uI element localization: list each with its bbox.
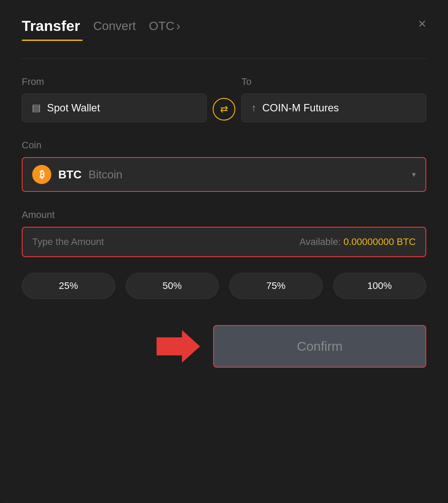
coin-symbol: BTC — [58, 168, 81, 181]
swap-wrapper: ⇄ — [207, 98, 241, 122]
to-wallet-label: COIN-M Futures — [262, 102, 339, 114]
confirm-arrow-icon — [157, 327, 200, 366]
tab-underline — [22, 40, 426, 41]
available-label: Available: — [300, 236, 341, 247]
from-wallet-icon: ▤ — [32, 102, 41, 114]
coin-name: Bitcoin — [88, 168, 122, 181]
from-to-section: From ▤ Spot Wallet ⇄ To ↑ COIN-M Futures — [22, 76, 426, 122]
coin-dropdown[interactable]: ₿ BTC Bitcoin ▾ — [22, 157, 426, 192]
to-label: To — [241, 76, 426, 87]
percent-buttons: 25% 50% 75% 100% — [22, 273, 426, 299]
coin-label: Coin — [22, 140, 426, 151]
from-wallet-select[interactable]: ▤ Spot Wallet — [22, 94, 207, 122]
available-value: 0.00000000 BTC — [344, 236, 416, 247]
amount-input-row: Available: 0.00000000 BTC — [22, 227, 426, 257]
btc-icon: ₿ — [32, 165, 51, 184]
transfer-modal: Transfer Convert OTC › × From ▤ Spot Wal… — [0, 0, 448, 503]
modal-header: Transfer Convert OTC › — [22, 17, 426, 34]
arrow-wrapper — [157, 327, 200, 366]
tab-otc-label: OTC — [149, 19, 174, 33]
available-text: Available: 0.00000000 BTC — [300, 236, 416, 248]
confirm-section: Confirm — [22, 325, 426, 368]
tab-active-indicator — [22, 40, 83, 41]
from-section: From ▤ Spot Wallet — [22, 76, 207, 122]
header-divider — [22, 58, 426, 59]
amount-label: Amount — [22, 209, 426, 221]
from-wallet-label: Spot Wallet — [47, 102, 100, 114]
tab-otc[interactable]: OTC › — [149, 19, 180, 33]
close-button[interactable]: × — [418, 17, 426, 30]
to-wallet-select[interactable]: ↑ COIN-M Futures — [241, 94, 426, 122]
tab-convert[interactable]: Convert — [93, 19, 136, 33]
svg-marker-0 — [157, 330, 200, 363]
confirm-button[interactable]: Confirm — [213, 325, 426, 368]
percent-75-button[interactable]: 75% — [229, 273, 323, 299]
chevron-down-icon: ▾ — [412, 170, 416, 179]
to-section: To ↑ COIN-M Futures — [241, 76, 426, 122]
amount-input[interactable] — [32, 236, 224, 248]
tab-transfer[interactable]: Transfer — [22, 17, 80, 34]
to-wallet-icon: ↑ — [251, 102, 256, 114]
percent-100-button[interactable]: 100% — [333, 273, 427, 299]
coin-section: Coin ₿ BTC Bitcoin ▾ — [22, 140, 426, 192]
swap-button[interactable]: ⇄ — [213, 98, 235, 121]
percent-50-button[interactable]: 50% — [126, 273, 219, 299]
from-label: From — [22, 76, 207, 87]
tab-otc-chevron-icon: › — [176, 19, 180, 33]
swap-icon: ⇄ — [220, 104, 228, 115]
percent-25-button[interactable]: 25% — [22, 273, 115, 299]
amount-section: Amount Available: 0.00000000 BTC — [22, 209, 426, 257]
